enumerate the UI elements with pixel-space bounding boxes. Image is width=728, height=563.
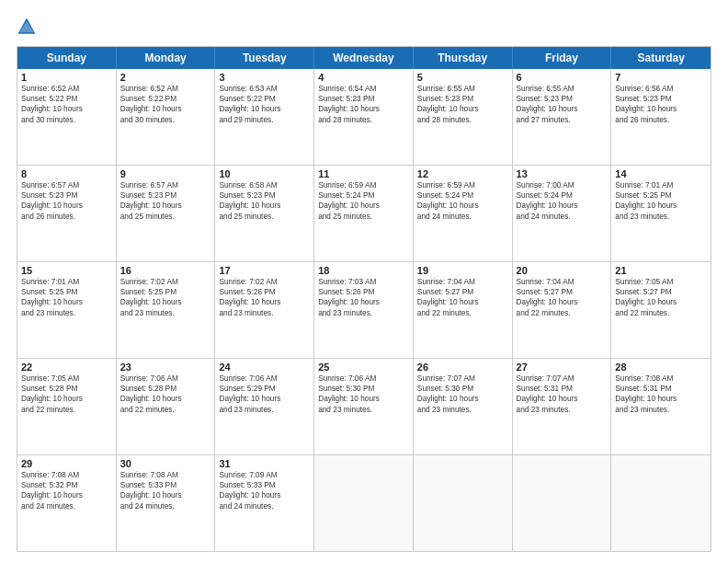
calendar-cell: 13Sunrise: 7:00 AMSunset: 5:24 PMDayligh… (513, 166, 612, 261)
cell-line: Sunrise: 7:02 AM (120, 277, 211, 287)
cell-line: Daylight: 10 hours (219, 104, 310, 114)
header-cell-tuesday: Tuesday (215, 47, 314, 69)
day-number: 13 (517, 168, 608, 179)
cell-line: and 23 minutes. (120, 308, 211, 318)
cell-line: Daylight: 10 hours (21, 490, 112, 500)
cell-line: Daylight: 10 hours (120, 394, 211, 404)
calendar: SundayMondayTuesdayWednesdayThursdayFrid… (17, 46, 711, 552)
cell-line: Sunrise: 7:06 AM (219, 373, 310, 384)
cell-line: Sunset: 5:23 PM (21, 190, 112, 201)
calendar-cell: 11Sunrise: 6:59 AMSunset: 5:24 PMDayligh… (314, 166, 414, 261)
calendar-cell: 16Sunrise: 7:02 AMSunset: 5:25 PMDayligh… (117, 262, 216, 358)
cell-line: and 28 minutes. (318, 115, 409, 125)
cell-line: Sunset: 5:27 PM (517, 287, 608, 297)
cell-line: Daylight: 10 hours (219, 297, 310, 307)
cell-line: Daylight: 10 hours (219, 201, 310, 211)
day-number: 25 (318, 362, 409, 373)
logo-icon (17, 17, 37, 37)
day-number: 6 (517, 72, 608, 83)
day-number: 29 (21, 458, 112, 469)
calendar-cell: 6Sunrise: 6:55 AMSunset: 5:23 PMDaylight… (513, 69, 612, 165)
calendar-cell: 8Sunrise: 6:57 AMSunset: 5:23 PMDaylight… (17, 166, 117, 261)
cell-line: and 22 minutes. (615, 308, 707, 318)
cell-line: and 28 minutes. (417, 115, 508, 125)
cell-line: Daylight: 10 hours (120, 297, 211, 307)
calendar-cell: 20Sunrise: 7:04 AMSunset: 5:27 PMDayligh… (513, 262, 612, 358)
cell-line: Daylight: 10 hours (120, 490, 211, 500)
cell-line: Daylight: 10 hours (120, 104, 211, 114)
header-cell-sunday: Sunday (17, 47, 117, 69)
cell-line: and 24 minutes. (120, 501, 211, 511)
calendar-row-2: 15Sunrise: 7:01 AMSunset: 5:25 PMDayligh… (17, 261, 711, 358)
cell-line: and 22 minutes. (120, 405, 211, 415)
cell-line: and 23 minutes. (517, 405, 608, 415)
cell-line: and 23 minutes. (417, 405, 508, 415)
cell-line: Daylight: 10 hours (219, 490, 310, 500)
cell-line: and 26 minutes. (615, 115, 707, 125)
cell-line: Sunrise: 6:55 AM (517, 84, 608, 94)
day-number: 21 (615, 265, 707, 276)
calendar-cell (513, 455, 612, 551)
cell-line: Daylight: 10 hours (517, 394, 608, 404)
cell-line: and 27 minutes. (517, 115, 608, 125)
calendar-cell: 18Sunrise: 7:03 AMSunset: 5:26 PMDayligh… (314, 262, 414, 358)
cell-line: Sunset: 5:24 PM (417, 190, 508, 201)
cell-line: and 24 minutes. (21, 501, 112, 511)
cell-line: Sunset: 5:30 PM (318, 384, 409, 394)
calendar-cell: 31Sunrise: 7:09 AMSunset: 5:33 PMDayligh… (215, 455, 314, 551)
cell-line: Sunset: 5:29 PM (219, 384, 310, 394)
calendar-cell (414, 455, 513, 551)
cell-line: Sunset: 5:31 PM (615, 384, 707, 394)
calendar-header-row: SundayMondayTuesdayWednesdayThursdayFrid… (17, 47, 711, 69)
cell-line: Daylight: 10 hours (517, 201, 608, 211)
day-number: 30 (120, 458, 211, 469)
cell-line: Daylight: 10 hours (21, 394, 112, 404)
calendar-cell (611, 455, 711, 551)
cell-line: and 22 minutes. (517, 308, 608, 318)
calendar-cell: 12Sunrise: 6:59 AMSunset: 5:24 PMDayligh… (414, 166, 513, 261)
cell-line: Sunrise: 7:06 AM (120, 373, 211, 384)
calendar-cell: 23Sunrise: 7:06 AMSunset: 5:28 PMDayligh… (117, 359, 216, 454)
day-number: 12 (417, 168, 508, 179)
cell-line: and 24 minutes. (517, 212, 608, 222)
cell-line: Sunset: 5:28 PM (21, 384, 112, 394)
cell-line: Sunrise: 7:09 AM (219, 470, 310, 480)
cell-line: Sunrise: 6:52 AM (21, 84, 112, 94)
calendar-cell: 25Sunrise: 7:06 AMSunset: 5:30 PMDayligh… (314, 359, 414, 454)
cell-line: Daylight: 10 hours (21, 104, 112, 114)
cell-line: and 25 minutes. (219, 212, 310, 222)
calendar-cell: 30Sunrise: 7:08 AMSunset: 5:33 PMDayligh… (117, 455, 216, 551)
day-number: 2 (120, 72, 211, 83)
calendar-row-4: 29Sunrise: 7:08 AMSunset: 5:32 PMDayligh… (17, 454, 711, 551)
calendar-cell: 17Sunrise: 7:02 AMSunset: 5:26 PMDayligh… (215, 262, 314, 358)
day-number: 31 (219, 458, 310, 469)
cell-line: Daylight: 10 hours (417, 394, 508, 404)
calendar-row-3: 22Sunrise: 7:05 AMSunset: 5:28 PMDayligh… (17, 358, 711, 454)
cell-line: Sunrise: 6:57 AM (21, 180, 112, 190)
cell-line: Daylight: 10 hours (21, 297, 112, 307)
cell-line: Sunrise: 6:59 AM (417, 180, 508, 190)
cell-line: Sunset: 5:30 PM (417, 384, 508, 394)
cell-line: Daylight: 10 hours (615, 201, 707, 211)
day-number: 28 (615, 362, 707, 373)
cell-line: Daylight: 10 hours (21, 201, 112, 211)
day-number: 15 (21, 265, 112, 276)
calendar-cell: 28Sunrise: 7:08 AMSunset: 5:31 PMDayligh… (611, 359, 711, 454)
cell-line: Daylight: 10 hours (318, 394, 409, 404)
cell-line: Sunset: 5:25 PM (615, 190, 707, 201)
cell-line: Sunrise: 7:00 AM (517, 180, 608, 190)
logo (17, 17, 40, 37)
cell-line: and 23 minutes. (219, 308, 310, 318)
day-number: 17 (219, 265, 310, 276)
cell-line: and 22 minutes. (417, 308, 508, 318)
calendar-cell: 24Sunrise: 7:06 AMSunset: 5:29 PMDayligh… (215, 359, 314, 454)
cell-line: Sunrise: 6:55 AM (417, 84, 508, 94)
day-number: 4 (318, 72, 409, 83)
calendar-cell: 4Sunrise: 6:54 AMSunset: 5:23 PMDaylight… (314, 69, 414, 165)
cell-line: Sunset: 5:24 PM (318, 190, 409, 201)
cell-line: Daylight: 10 hours (517, 104, 608, 114)
cell-line: Sunset: 5:28 PM (120, 384, 211, 394)
cell-line: Sunrise: 6:53 AM (219, 84, 310, 94)
calendar-cell: 10Sunrise: 6:58 AMSunset: 5:23 PMDayligh… (215, 166, 314, 261)
cell-line: Sunset: 5:23 PM (517, 94, 608, 104)
